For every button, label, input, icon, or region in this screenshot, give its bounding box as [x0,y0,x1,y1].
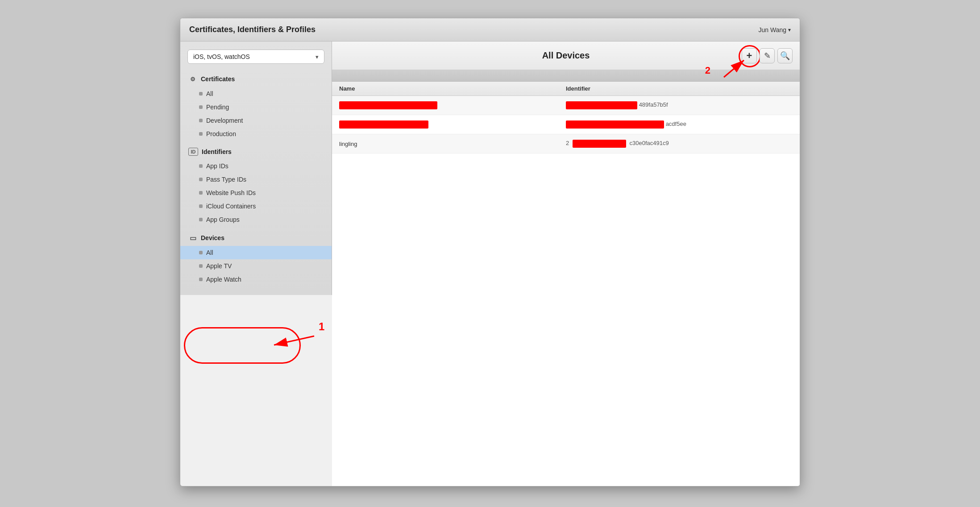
row-identifier: 489fa57b5f [566,101,793,109]
sidebar-item-devices-applewatch[interactable]: Apple Watch [180,273,332,286]
redacted-id-2 [566,121,664,129]
sidebar-item-label: Website Push IDs [206,189,256,196]
user-menu[interactable]: Jun Wang [758,26,791,33]
sidebar-item-website-push-ids[interactable]: Website Push IDs [180,186,332,199]
dot-icon [199,164,203,168]
identifier-suffix-2: acdf5ee [666,121,686,127]
add-icon: + [747,50,752,62]
sidebar-section-certificates: ⚙ Certificates All Pending Development [180,71,332,141]
main-layout: iOS, tvOS, watchOS ⚙ Certificates All Pe… [180,42,800,486]
dot-icon [199,92,203,96]
dot-icon [199,251,203,254]
dot-icon [199,278,203,281]
row-name [339,101,566,109]
sidebar-item-cert-production[interactable]: Production [180,127,332,141]
annotation-number-1: 1 [319,320,324,333]
sidebar-item-devices-appletv[interactable]: Apple TV [180,259,332,273]
sidebar-item-label: All [206,90,213,97]
sidebar-section-devices: ▭ Devices All Apple TV Apple Watch [180,230,332,286]
table-row[interactable]: lingling 2 c30e0fac491c9 [332,134,800,154]
sidebar-item-label: App Groups [206,216,240,223]
row-name [339,121,566,129]
sidebar-item-label: Pass Type IDs [206,176,246,183]
sidebar-section-identifiers: ID Identifiers App IDs Pass Type IDs Web… [180,144,332,226]
devices-header: ▭ Devices [180,230,332,246]
row-name: lingling [339,141,566,147]
content-area: All Devices + ✎ 🔍 [332,42,800,486]
col-identifier-header: Identifier [566,85,793,92]
edit-button[interactable]: ✎ [760,48,775,63]
content-header: All Devices + ✎ 🔍 [332,42,800,70]
sidebar-item-devices-all[interactable]: All [180,246,332,259]
subheader-bar [332,70,800,82]
app-title: Certificates, Identifiers & Profiles [189,25,316,34]
content-title: All Devices [542,50,590,61]
edit-icon: ✎ [764,51,771,61]
titlebar: Certificates, Identifiers & Profiles Jun… [180,18,800,42]
dot-icon [199,105,203,109]
table-row[interactable]: 489fa57b5f [332,96,800,115]
action-buttons: + ✎ 🔍 [742,48,793,63]
sidebar-item-label: Pending [206,104,229,111]
identifier-prefix-3: 2 [566,140,569,146]
search-button[interactable]: 🔍 [777,48,793,63]
annotation-arrow-1 [180,305,332,358]
identifier-suffix-3: c30e0fac491c9 [629,140,669,146]
sidebar-item-label: All [206,249,213,256]
sidebar-item-label: Apple TV [206,262,232,270]
identifiers-icon: ID [188,148,198,156]
platform-dropdown[interactable]: iOS, tvOS, watchOS [187,50,324,64]
identifier-suffix-1: 489fa57b5f [639,101,668,108]
sidebar-item-label: Apple Watch [206,276,241,283]
sidebar-item-label: Production [206,130,236,137]
platform-label: iOS, tvOS, watchOS [193,53,250,60]
redacted-name-2 [339,121,428,129]
dot-icon [199,191,203,195]
dot-icon [199,132,203,136]
row-identifier: acdf5ee [566,121,793,129]
sidebar-item-app-groups[interactable]: App Groups [180,213,332,226]
sidebar-item-label: Development [206,117,243,124]
search-icon: 🔍 [780,51,790,61]
dot-icon [199,264,203,268]
sidebar-item-app-ids[interactable]: App IDs [180,159,332,173]
redacted-id-3 [573,140,626,148]
dot-icon [199,178,203,181]
sidebar-item-pass-type-ids[interactable]: Pass Type IDs [180,173,332,186]
dot-icon [199,204,203,208]
sidebar-item-icloud-containers[interactable]: iCloud Containers [180,199,332,213]
svg-line-1 [274,336,314,345]
dot-icon [199,218,203,221]
table-header: Name Identifier [332,82,800,96]
redacted-id-1 [566,101,637,109]
table-container: Name Identifier 489fa57b5f [332,82,800,486]
sidebar-item-cert-pending[interactable]: Pending [180,100,332,114]
redacted-name-1 [339,101,437,109]
identifiers-label: Identifiers [202,148,232,155]
devices-oval-annotation [184,327,301,364]
row-identifier: 2 c30e0fac491c9 [566,140,793,148]
sidebar-item-label: App IDs [206,162,228,170]
col-name-header: Name [339,85,566,92]
dot-icon [199,119,203,122]
devices-label: Devices [201,234,224,241]
sidebar-item-label: iCloud Containers [206,203,256,210]
certificates-icon: ⚙ [188,75,197,83]
table-row[interactable]: acdf5ee [332,115,800,134]
add-button[interactable]: + [742,48,757,63]
devices-icon: ▭ [188,233,197,242]
certificates-header: ⚙ Certificates [180,71,332,87]
certificates-label: Certificates [201,75,235,83]
identifiers-header: ID Identifiers [180,144,332,159]
sidebar-item-cert-development[interactable]: Development [180,114,332,127]
sidebar-item-cert-all[interactable]: All [180,87,332,100]
sidebar: iOS, tvOS, watchOS ⚙ Certificates All Pe… [180,42,332,295]
